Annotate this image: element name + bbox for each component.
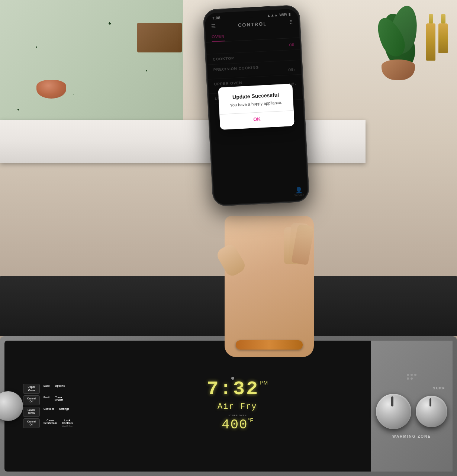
broil-button[interactable]: Broil: [42, 395, 51, 405]
modal-divider: [219, 110, 294, 115]
options-button[interactable]: Options: [54, 384, 66, 394]
phone-screen: 7:08 ▲▲▲ WiFi ▮ ☰ CONTROL ⠿ OVEN: [205, 9, 308, 205]
timer-on-off-button[interactable]: TimerOn/Off: [53, 395, 64, 405]
temp-label: LOWER OVEN: [228, 414, 247, 416]
cancel-off-lower-button[interactable]: CancelOff: [23, 418, 40, 428]
temp-display: 400: [222, 417, 248, 432]
bake-button[interactable]: Bake: [42, 384, 51, 394]
lower-oven-row: LowerOven Convect Settings: [23, 407, 74, 417]
gold-bottles: [426, 14, 448, 61]
right-knob-2[interactable]: [416, 396, 447, 427]
hand-phone-container: 7:08 ▲▲▲ WiFi ▮ ☰ CONTROL ⠿ OVEN: [137, 0, 366, 357]
convect-button[interactable]: Convect: [42, 407, 55, 417]
lower-oven-button[interactable]: LowerOven: [23, 407, 40, 417]
modal-ok-button[interactable]: OK: [229, 115, 286, 123]
modal-overlay: Update Successful You have a happy appli…: [205, 9, 308, 205]
lock-controls-button[interactable]: LockControls: [61, 418, 74, 425]
upper-oven-row: UpperOven Bake Options: [23, 384, 74, 394]
plant: [376, 6, 421, 80]
cancel-upper-row: CancelOff Broil TimerOn/Off: [23, 395, 74, 405]
modal-title: Update Successful: [227, 92, 284, 101]
clock-ampm: PM: [260, 380, 268, 386]
control-panel: UpperOven Bake Options CancelOff Broil T…: [0, 336, 457, 476]
temp-display-container: LOWER OVEN 400 °F: [222, 414, 253, 432]
clock-display: 7:32: [207, 380, 259, 399]
mode-display: Air Fry: [218, 402, 257, 411]
display-section: 7:32 PM Air Fry LOWER OVEN 400 °F: [82, 380, 393, 432]
phone: 7:08 ▲▲▲ WiFi ▮ ☰ CONTROL ⠿ OVEN: [203, 5, 309, 207]
panel-face: UpperOven Bake Options CancelOff Broil T…: [4, 341, 453, 472]
modal-box: Update Successful You have a happy appli…: [218, 84, 295, 130]
upper-oven-button[interactable]: UpperOven: [23, 384, 40, 394]
clean-self-steam-button[interactable]: CleanSelf/Steam: [42, 418, 58, 428]
terra-cotta-bowl: [36, 80, 66, 99]
modal-body: You have a happy appliance.: [228, 100, 284, 109]
right-knob-1[interactable]: [376, 394, 411, 429]
cancel-lower-row: CancelOff CleanSelf/Steam LockControls H…: [23, 418, 74, 428]
settings-button[interactable]: Settings: [58, 407, 71, 417]
buttons-section-left: UpperOven Bake Options CancelOff Broil T…: [23, 384, 74, 428]
temp-unit: °F: [248, 417, 253, 423]
wifi-small-dot: [231, 377, 234, 380]
cancel-off-upper-button[interactable]: CancelOff: [23, 395, 40, 405]
left-knob[interactable]: [0, 391, 23, 421]
warming-zone-label: WARMING ZONE: [392, 434, 431, 438]
